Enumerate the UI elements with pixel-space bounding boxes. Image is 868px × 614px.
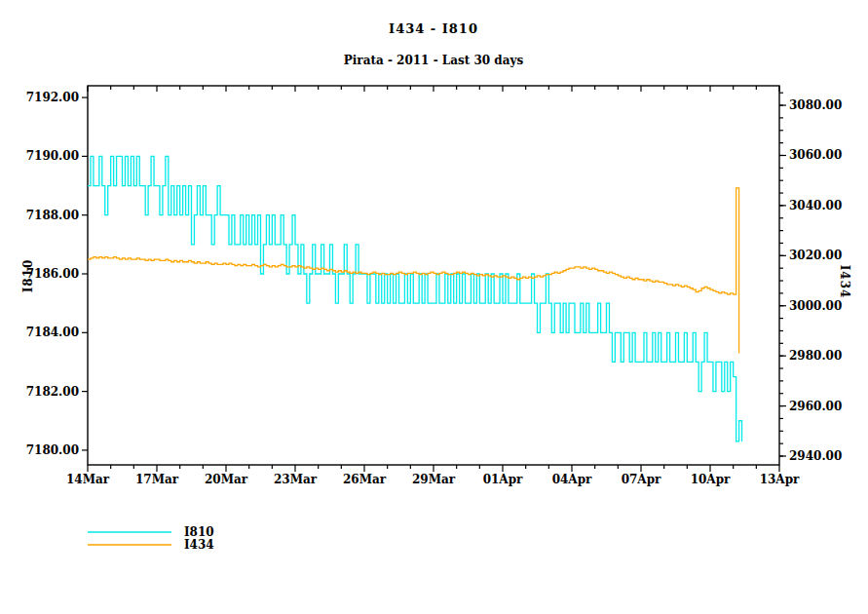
x-tick-label: 14Mar: [66, 473, 110, 486]
right-axis-title: I434: [838, 265, 851, 299]
right-tick-label: 2960.00: [789, 400, 842, 413]
axis-ticks: 14Mar17Mar20Mar23Mar26Mar29Mar01Apr04Apr…: [26, 86, 843, 486]
x-tick-label: 26Mar: [343, 473, 387, 486]
left-tick-label: 7186.00: [26, 267, 79, 281]
chart-canvas: I434 - I810 Pirata - 2011 - Last 30 days…: [0, 0, 868, 614]
left-tick-label: 7180.00: [26, 443, 79, 457]
legend-label-i810: I810: [184, 525, 214, 539]
right-tick-label: 3020.00: [789, 249, 842, 262]
left-tick-label: 7188.00: [26, 209, 79, 222]
legend-label-i434: I434: [184, 538, 214, 552]
left-tick-label: 7192.00: [26, 91, 79, 104]
left-tick-label: 7190.00: [26, 149, 79, 163]
x-tick-label: 17Mar: [135, 473, 179, 486]
right-tick-label: 2980.00: [789, 349, 842, 363]
chart-title: I434 - I810: [389, 21, 478, 36]
x-tick-label: 07Apr: [622, 473, 661, 486]
left-tick-label: 7184.00: [26, 326, 79, 339]
x-tick-label: 20Mar: [205, 473, 248, 486]
x-tick-label: 23Mar: [274, 473, 318, 486]
series-i810-line: [88, 156, 742, 441]
right-tick-label: 3040.00: [789, 199, 842, 212]
plot-frame: [88, 86, 779, 465]
x-tick-label: 10Apr: [691, 473, 731, 486]
x-tick-label: 13Apr: [760, 473, 800, 486]
left-tick-label: 7182.00: [26, 385, 79, 399]
chart-subtitle: Pirata - 2011 - Last 30 days: [344, 54, 524, 67]
x-tick-label: 29Mar: [412, 473, 456, 486]
series-lines: [88, 156, 742, 441]
chart-page: I434 - I810 Pirata - 2011 - Last 30 days…: [0, 0, 868, 614]
right-tick-label: 3080.00: [789, 98, 842, 112]
x-tick-label: 01Apr: [483, 473, 523, 486]
right-tick-label: 3060.00: [789, 148, 842, 162]
legend: I810I434: [88, 525, 214, 552]
right-tick-label: 3000.00: [789, 299, 842, 313]
x-tick-label: 04Apr: [552, 473, 592, 486]
right-tick-label: 2940.00: [789, 449, 842, 463]
